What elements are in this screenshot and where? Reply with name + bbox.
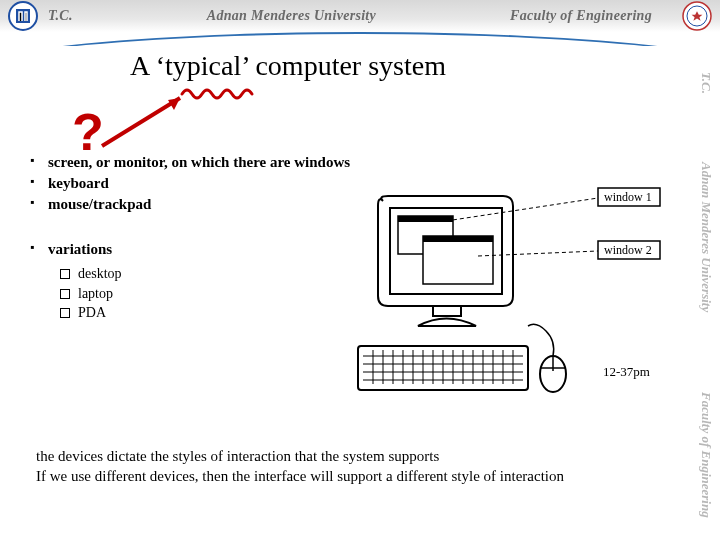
window2-callout: window 2 bbox=[598, 241, 660, 259]
svg-rect-8 bbox=[398, 216, 453, 222]
slide-body: A ‘typical’ computer system ? screen, or… bbox=[0, 46, 692, 540]
svg-rect-10 bbox=[423, 236, 493, 242]
window1-label: window 1 bbox=[604, 190, 652, 204]
bullet-variations-label: variations bbox=[48, 241, 112, 257]
university-logo-right-icon bbox=[682, 1, 712, 31]
header-text: T.C. Adnan Menderes University Faculty o… bbox=[38, 8, 682, 24]
svg-rect-9 bbox=[423, 236, 493, 284]
monitor-icon bbox=[378, 196, 513, 326]
university-logo-left-icon bbox=[8, 1, 38, 31]
bullet-screen: screen, or monitor, on which there are w… bbox=[30, 152, 674, 173]
window2-label: window 2 bbox=[604, 243, 652, 257]
header-bar: T.C. Adnan Menderes University Faculty o… bbox=[0, 0, 720, 32]
window1-callout: window 1 bbox=[598, 188, 660, 206]
svg-rect-11 bbox=[433, 306, 461, 316]
svg-line-36 bbox=[478, 251, 598, 256]
right-sidebar: T.C. Adnan Menderes University Faculty o… bbox=[692, 32, 720, 540]
figure-caption: 12-37pm bbox=[603, 364, 650, 379]
svg-rect-1 bbox=[16, 9, 30, 23]
sidebar-faculty: Faculty of Engineering bbox=[698, 392, 714, 518]
mouse-icon bbox=[528, 324, 566, 392]
keyboard-icon bbox=[358, 346, 528, 390]
closing-line-1: the devices dictate the styles of intera… bbox=[36, 446, 642, 466]
sidebar-tc: T.C. bbox=[698, 72, 714, 94]
question-mark-annotation: ? bbox=[72, 106, 104, 158]
closing-paragraph: the devices dictate the styles of intera… bbox=[36, 446, 642, 487]
header-underline bbox=[0, 32, 720, 46]
sidebar-university: Adnan Menderes University bbox=[698, 162, 714, 312]
svg-line-35 bbox=[446, 198, 598, 221]
closing-line-2: If we use different devices, then the in… bbox=[36, 466, 642, 486]
slide-title: A ‘typical’ computer system bbox=[130, 50, 674, 82]
computer-system-figure: window 1 window 2 12-37pm bbox=[328, 176, 668, 416]
header-faculty: Faculty of Engineering bbox=[510, 8, 652, 24]
header-tc: T.C. bbox=[48, 8, 73, 24]
header-university: Adnan Menderes University bbox=[207, 8, 376, 24]
svg-line-4 bbox=[102, 98, 180, 146]
svg-marker-5 bbox=[168, 98, 180, 110]
